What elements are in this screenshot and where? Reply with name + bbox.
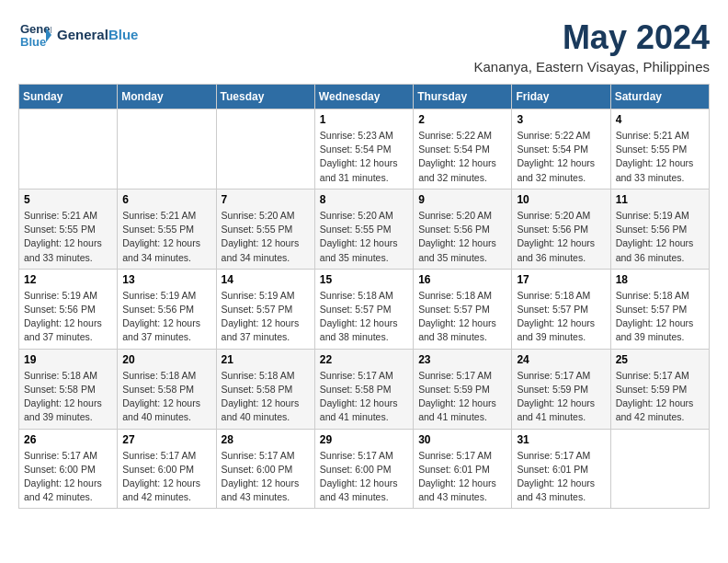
weekday-header-monday: Monday: [118, 85, 216, 109]
page-header: General Blue GeneralBlue May 2024 Kanany…: [18, 18, 710, 75]
day-number: 6: [122, 193, 210, 206]
day-number: 19: [24, 353, 112, 366]
calendar-cell: 19Sunrise: 5:18 AMSunset: 5:58 PMDayligh…: [19, 349, 118, 429]
calendar-cell: 20Sunrise: 5:18 AMSunset: 5:58 PMDayligh…: [118, 349, 216, 429]
calendar-cell: 26Sunrise: 5:17 AMSunset: 6:00 PMDayligh…: [19, 429, 118, 509]
day-info: Sunrise: 5:17 AMSunset: 6:00 PMDaylight:…: [122, 449, 210, 505]
day-info: Sunrise: 5:18 AMSunset: 5:57 PMDaylight:…: [517, 289, 605, 345]
day-info: Sunrise: 5:21 AMSunset: 5:55 PMDaylight:…: [122, 209, 210, 265]
day-number: 9: [418, 193, 506, 206]
weekday-header-saturday: Saturday: [610, 85, 709, 109]
day-info: Sunrise: 5:19 AMSunset: 5:57 PMDaylight:…: [222, 289, 310, 345]
calendar-cell: 22Sunrise: 5:17 AMSunset: 5:58 PMDayligh…: [314, 349, 413, 429]
calendar-cell: 8Sunrise: 5:20 AMSunset: 5:55 PMDaylight…: [314, 189, 413, 269]
day-number: 27: [122, 433, 210, 446]
day-number: 21: [222, 353, 310, 366]
calendar-cell: 7Sunrise: 5:20 AMSunset: 5:55 PMDaylight…: [216, 189, 314, 269]
calendar-week-4: 19Sunrise: 5:18 AMSunset: 5:58 PMDayligh…: [19, 349, 710, 429]
day-number: 8: [320, 193, 408, 206]
day-number: 24: [517, 353, 605, 366]
day-info: Sunrise: 5:17 AMSunset: 5:59 PMDaylight:…: [418, 369, 506, 425]
day-info: Sunrise: 5:17 AMSunset: 5:59 PMDaylight:…: [616, 369, 704, 425]
weekday-header-friday: Friday: [512, 85, 610, 109]
calendar-cell: 31Sunrise: 5:17 AMSunset: 6:01 PMDayligh…: [512, 429, 610, 509]
day-info: Sunrise: 5:21 AMSunset: 5:55 PMDaylight:…: [24, 209, 112, 265]
calendar-cell: 11Sunrise: 5:19 AMSunset: 5:56 PMDayligh…: [610, 189, 709, 269]
calendar-cell: 14Sunrise: 5:19 AMSunset: 5:57 PMDayligh…: [216, 269, 314, 349]
calendar: SundayMondayTuesdayWednesdayThursdayFrid…: [18, 84, 710, 509]
calendar-week-1: 1Sunrise: 5:23 AMSunset: 5:54 PMDaylight…: [19, 109, 710, 190]
day-info: Sunrise: 5:20 AMSunset: 5:55 PMDaylight:…: [222, 209, 310, 265]
day-number: 11: [616, 193, 704, 206]
day-number: 12: [24, 273, 112, 286]
day-number: 31: [517, 433, 605, 446]
day-number: 13: [122, 273, 210, 286]
day-number: 7: [222, 193, 310, 206]
day-info: Sunrise: 5:18 AMSunset: 5:57 PMDaylight:…: [418, 289, 506, 345]
calendar-week-2: 5Sunrise: 5:21 AMSunset: 5:55 PMDaylight…: [19, 189, 710, 269]
calendar-cell: 12Sunrise: 5:19 AMSunset: 5:56 PMDayligh…: [19, 269, 118, 349]
day-number: 22: [320, 353, 408, 366]
weekday-header-tuesday: Tuesday: [216, 85, 314, 109]
logo-text: GeneralBlue: [57, 27, 138, 43]
day-number: 2: [418, 113, 506, 126]
calendar-cell: 15Sunrise: 5:18 AMSunset: 5:57 PMDayligh…: [314, 269, 413, 349]
svg-text:Blue: Blue: [20, 35, 46, 49]
day-info: Sunrise: 5:17 AMSunset: 6:00 PMDaylight:…: [24, 449, 112, 505]
day-info: Sunrise: 5:19 AMSunset: 5:56 PMDaylight:…: [24, 289, 112, 345]
day-number: 23: [418, 353, 506, 366]
calendar-cell: 5Sunrise: 5:21 AMSunset: 5:55 PMDaylight…: [19, 189, 118, 269]
day-number: 4: [616, 113, 704, 126]
calendar-cell: 3Sunrise: 5:22 AMSunset: 5:54 PMDaylight…: [512, 109, 610, 190]
day-info: Sunrise: 5:18 AMSunset: 5:58 PMDaylight:…: [122, 369, 210, 425]
weekday-header-thursday: Thursday: [414, 85, 512, 109]
day-info: Sunrise: 5:18 AMSunset: 5:58 PMDaylight:…: [24, 369, 112, 425]
calendar-cell: 10Sunrise: 5:20 AMSunset: 5:56 PMDayligh…: [512, 189, 610, 269]
day-number: 17: [517, 273, 605, 286]
month-title: May 2024: [473, 18, 710, 57]
calendar-cell: [19, 109, 118, 190]
day-info: Sunrise: 5:22 AMSunset: 5:54 PMDaylight:…: [517, 129, 605, 185]
calendar-cell: 4Sunrise: 5:21 AMSunset: 5:55 PMDaylight…: [610, 109, 709, 190]
calendar-cell: 27Sunrise: 5:17 AMSunset: 6:00 PMDayligh…: [118, 429, 216, 509]
calendar-cell: 16Sunrise: 5:18 AMSunset: 5:57 PMDayligh…: [414, 269, 512, 349]
location: Kananya, Eastern Visayas, Philippines: [473, 59, 710, 75]
day-info: Sunrise: 5:18 AMSunset: 5:58 PMDaylight:…: [222, 369, 310, 425]
calendar-week-5: 26Sunrise: 5:17 AMSunset: 6:00 PMDayligh…: [19, 429, 710, 509]
calendar-cell: [610, 429, 709, 509]
day-number: 1: [320, 113, 408, 126]
day-number: 30: [418, 433, 506, 446]
day-number: 16: [418, 273, 506, 286]
weekday-header-wednesday: Wednesday: [314, 85, 413, 109]
calendar-cell: 28Sunrise: 5:17 AMSunset: 6:00 PMDayligh…: [216, 429, 314, 509]
weekday-header-row: SundayMondayTuesdayWednesdayThursdayFrid…: [19, 85, 710, 109]
calendar-cell: 13Sunrise: 5:19 AMSunset: 5:56 PMDayligh…: [118, 269, 216, 349]
day-number: 25: [616, 353, 704, 366]
calendar-cell: 2Sunrise: 5:22 AMSunset: 5:54 PMDaylight…: [414, 109, 512, 190]
day-info: Sunrise: 5:20 AMSunset: 5:56 PMDaylight:…: [517, 209, 605, 265]
day-info: Sunrise: 5:17 AMSunset: 6:01 PMDaylight:…: [418, 449, 506, 505]
day-info: Sunrise: 5:22 AMSunset: 5:54 PMDaylight:…: [418, 129, 506, 185]
calendar-cell: 24Sunrise: 5:17 AMSunset: 5:59 PMDayligh…: [512, 349, 610, 429]
day-info: Sunrise: 5:17 AMSunset: 5:58 PMDaylight:…: [320, 369, 408, 425]
calendar-cell: 1Sunrise: 5:23 AMSunset: 5:54 PMDaylight…: [314, 109, 413, 190]
day-info: Sunrise: 5:18 AMSunset: 5:57 PMDaylight:…: [320, 289, 408, 345]
day-number: 20: [122, 353, 210, 366]
day-number: 28: [222, 433, 310, 446]
calendar-week-3: 12Sunrise: 5:19 AMSunset: 5:56 PMDayligh…: [19, 269, 710, 349]
day-number: 3: [517, 113, 605, 126]
calendar-cell: 21Sunrise: 5:18 AMSunset: 5:58 PMDayligh…: [216, 349, 314, 429]
weekday-header-sunday: Sunday: [19, 85, 118, 109]
logo: General Blue GeneralBlue: [18, 18, 138, 52]
day-info: Sunrise: 5:18 AMSunset: 5:57 PMDaylight:…: [616, 289, 704, 345]
calendar-cell: 25Sunrise: 5:17 AMSunset: 5:59 PMDayligh…: [610, 349, 709, 429]
day-number: 26: [24, 433, 112, 446]
day-info: Sunrise: 5:20 AMSunset: 5:55 PMDaylight:…: [320, 209, 408, 265]
calendar-cell: [216, 109, 314, 190]
calendar-cell: 6Sunrise: 5:21 AMSunset: 5:55 PMDaylight…: [118, 189, 216, 269]
calendar-cell: [118, 109, 216, 190]
day-info: Sunrise: 5:17 AMSunset: 5:59 PMDaylight:…: [517, 369, 605, 425]
day-number: 10: [517, 193, 605, 206]
day-number: 5: [24, 193, 112, 206]
day-info: Sunrise: 5:17 AMSunset: 6:01 PMDaylight:…: [517, 449, 605, 505]
